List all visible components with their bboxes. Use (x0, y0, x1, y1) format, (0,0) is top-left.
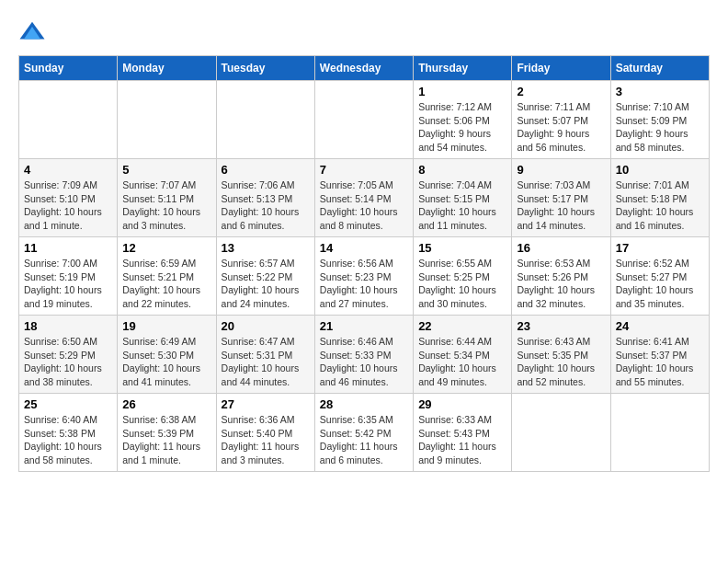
day-number: 5 (122, 163, 210, 177)
day-number: 16 (517, 241, 605, 255)
day-number: 2 (517, 85, 605, 98)
day-number: 11 (24, 241, 112, 255)
week-row-1: 1Sunrise: 7:12 AMSunset: 5:06 PMDaylight… (19, 81, 710, 159)
day-info: Sunrise: 6:59 AMSunset: 5:21 PMDaylight:… (122, 257, 210, 311)
day-info: Sunrise: 6:52 AMSunset: 5:27 PMDaylight:… (616, 257, 704, 311)
day-number: 24 (616, 319, 704, 333)
day-info: Sunrise: 7:09 AMSunset: 5:10 PMDaylight:… (24, 178, 112, 233)
calendar-table: SundayMondayTuesdayWednesdayThursdayFrid… (18, 55, 710, 472)
day-number: 15 (418, 241, 506, 255)
day-number: 3 (616, 85, 704, 98)
day-info: Sunrise: 7:04 AMSunset: 5:15 PMDaylight:… (418, 178, 506, 233)
day-number: 8 (418, 163, 506, 177)
calendar-cell (512, 394, 610, 472)
calendar-cell: 25Sunrise: 6:40 AMSunset: 5:38 PMDayligh… (19, 394, 118, 472)
day-info: Sunrise: 7:06 AMSunset: 5:13 PMDaylight:… (222, 178, 310, 233)
calendar-cell (216, 81, 314, 159)
day-info: Sunrise: 6:55 AMSunset: 5:25 PMDaylight:… (418, 257, 506, 311)
calendar-cell: 29Sunrise: 6:33 AMSunset: 5:43 PMDayligh… (414, 394, 512, 472)
day-number: 29 (418, 397, 506, 411)
day-info: Sunrise: 6:46 AMSunset: 5:33 PMDaylight:… (320, 335, 408, 389)
day-info: Sunrise: 6:50 AMSunset: 5:29 PMDaylight:… (24, 335, 112, 389)
calendar-cell: 17Sunrise: 6:52 AMSunset: 5:27 PMDayligh… (610, 237, 709, 316)
calendar-cell: 22Sunrise: 6:44 AMSunset: 5:34 PMDayligh… (414, 316, 512, 394)
weekday-header-sunday: Sunday (19, 56, 118, 81)
day-number: 17 (616, 241, 704, 255)
day-info: Sunrise: 6:47 AMSunset: 5:31 PMDaylight:… (222, 335, 310, 389)
calendar-cell: 20Sunrise: 6:47 AMSunset: 5:31 PMDayligh… (216, 316, 314, 394)
day-number: 22 (418, 319, 506, 333)
day-info: Sunrise: 6:36 AMSunset: 5:40 PMDaylight:… (222, 413, 310, 467)
calendar-cell: 26Sunrise: 6:38 AMSunset: 5:39 PMDayligh… (118, 394, 216, 472)
calendar-cell: 18Sunrise: 6:50 AMSunset: 5:29 PMDayligh… (19, 316, 118, 394)
day-number: 10 (616, 163, 704, 177)
day-info: Sunrise: 6:56 AMSunset: 5:23 PMDaylight:… (320, 257, 408, 311)
day-number: 6 (222, 163, 310, 177)
calendar-cell: 15Sunrise: 6:55 AMSunset: 5:25 PMDayligh… (414, 237, 512, 316)
week-row-5: 25Sunrise: 6:40 AMSunset: 5:38 PMDayligh… (19, 394, 710, 472)
calendar-cell: 6Sunrise: 7:06 AMSunset: 5:13 PMDaylight… (216, 159, 314, 237)
calendar-cell: 10Sunrise: 7:01 AMSunset: 5:18 PMDayligh… (610, 159, 709, 237)
weekday-header-friday: Friday (512, 56, 610, 81)
day-info: Sunrise: 7:05 AMSunset: 5:14 PMDaylight:… (320, 178, 408, 233)
calendar-cell: 28Sunrise: 6:35 AMSunset: 5:42 PMDayligh… (314, 394, 413, 472)
day-number: 12 (122, 241, 210, 255)
calendar-cell: 9Sunrise: 7:03 AMSunset: 5:17 PMDaylight… (512, 159, 610, 237)
calendar-cell: 23Sunrise: 6:43 AMSunset: 5:35 PMDayligh… (512, 316, 610, 394)
calendar-cell: 13Sunrise: 6:57 AMSunset: 5:22 PMDayligh… (216, 237, 314, 316)
day-info: Sunrise: 6:43 AMSunset: 5:35 PMDaylight:… (517, 335, 605, 389)
calendar-cell: 14Sunrise: 6:56 AMSunset: 5:23 PMDayligh… (314, 237, 413, 316)
day-number: 20 (222, 319, 310, 333)
day-number: 23 (517, 319, 605, 333)
calendar-cell: 19Sunrise: 6:49 AMSunset: 5:30 PMDayligh… (118, 316, 216, 394)
day-info: Sunrise: 6:41 AMSunset: 5:37 PMDaylight:… (616, 335, 704, 389)
calendar-cell: 27Sunrise: 6:36 AMSunset: 5:40 PMDayligh… (216, 394, 314, 472)
day-info: Sunrise: 6:35 AMSunset: 5:42 PMDaylight:… (320, 413, 408, 467)
calendar-cell: 3Sunrise: 7:10 AMSunset: 5:09 PMDaylight… (610, 81, 709, 159)
calendar-cell: 4Sunrise: 7:09 AMSunset: 5:10 PMDaylight… (19, 159, 118, 237)
day-info: Sunrise: 7:10 AMSunset: 5:09 PMDaylight:… (616, 100, 704, 155)
day-info: Sunrise: 6:53 AMSunset: 5:26 PMDaylight:… (517, 257, 605, 311)
calendar-cell: 2Sunrise: 7:11 AMSunset: 5:07 PMDaylight… (512, 81, 610, 159)
day-number: 28 (320, 397, 408, 411)
day-info: Sunrise: 6:49 AMSunset: 5:30 PMDaylight:… (122, 335, 210, 389)
calendar-cell (610, 394, 709, 472)
calendar-cell: 24Sunrise: 6:41 AMSunset: 5:37 PMDayligh… (610, 316, 709, 394)
day-number: 9 (517, 163, 605, 177)
day-info: Sunrise: 6:33 AMSunset: 5:43 PMDaylight:… (418, 413, 506, 467)
day-number: 26 (122, 397, 210, 411)
day-info: Sunrise: 7:12 AMSunset: 5:06 PMDaylight:… (418, 100, 506, 155)
week-row-3: 11Sunrise: 7:00 AMSunset: 5:19 PMDayligh… (19, 237, 710, 316)
day-info: Sunrise: 6:40 AMSunset: 5:38 PMDaylight:… (24, 413, 112, 467)
calendar-cell (118, 81, 216, 159)
day-number: 4 (24, 163, 112, 177)
week-row-2: 4Sunrise: 7:09 AMSunset: 5:10 PMDaylight… (19, 159, 710, 237)
weekday-header-thursday: Thursday (414, 56, 512, 81)
day-number: 27 (222, 397, 310, 411)
calendar-cell: 16Sunrise: 6:53 AMSunset: 5:26 PMDayligh… (512, 237, 610, 316)
calendar-cell: 11Sunrise: 7:00 AMSunset: 5:19 PMDayligh… (19, 237, 118, 316)
logo-icon (18, 18, 46, 46)
calendar-cell: 1Sunrise: 7:12 AMSunset: 5:06 PMDaylight… (414, 81, 512, 159)
day-info: Sunrise: 7:07 AMSunset: 5:11 PMDaylight:… (122, 178, 210, 233)
day-number: 14 (320, 241, 408, 255)
week-row-4: 18Sunrise: 6:50 AMSunset: 5:29 PMDayligh… (19, 316, 710, 394)
header-row: SundayMondayTuesdayWednesdayThursdayFrid… (19, 56, 710, 81)
weekday-header-monday: Monday (118, 56, 216, 81)
calendar-cell: 8Sunrise: 7:04 AMSunset: 5:15 PMDaylight… (414, 159, 512, 237)
day-info: Sunrise: 7:01 AMSunset: 5:18 PMDaylight:… (616, 178, 704, 233)
day-info: Sunrise: 6:44 AMSunset: 5:34 PMDaylight:… (418, 335, 506, 389)
weekday-header-tuesday: Tuesday (216, 56, 314, 81)
day-info: Sunrise: 6:57 AMSunset: 5:22 PMDaylight:… (222, 257, 310, 311)
calendar-cell (19, 81, 118, 159)
calendar-cell: 5Sunrise: 7:07 AMSunset: 5:11 PMDaylight… (118, 159, 216, 237)
day-info: Sunrise: 7:00 AMSunset: 5:19 PMDaylight:… (24, 257, 112, 311)
day-number: 13 (222, 241, 310, 255)
day-number: 25 (24, 397, 112, 411)
day-number: 18 (24, 319, 112, 333)
weekday-header-wednesday: Wednesday (314, 56, 413, 81)
calendar-cell: 21Sunrise: 6:46 AMSunset: 5:33 PMDayligh… (314, 316, 413, 394)
day-info: Sunrise: 7:03 AMSunset: 5:17 PMDaylight:… (517, 178, 605, 233)
logo (18, 18, 50, 46)
page-header (18, 18, 710, 46)
